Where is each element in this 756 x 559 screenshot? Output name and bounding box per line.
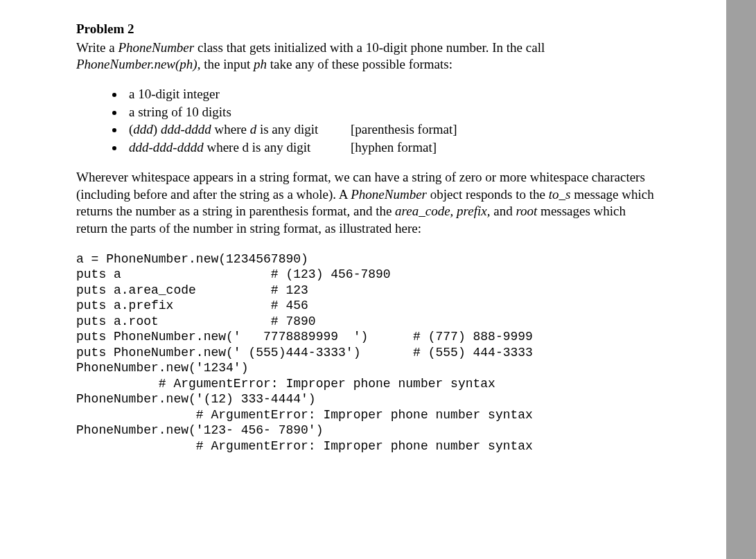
digit-placeholder: d — [250, 122, 257, 136]
method-name: root — [516, 204, 537, 218]
text: where d is any digit — [204, 140, 311, 154]
class-name: PhoneNumber — [118, 40, 194, 55]
digit-placeholder: ddd — [133, 122, 153, 136]
page: Problem 2 Write a PhoneNumber class that… — [0, 0, 726, 559]
code-example: a = PhoneNumber.new(1234567890) puts a #… — [76, 251, 657, 454]
format-label: [parenthesis format] — [351, 121, 457, 139]
list-item: (ddd) ddd-dddd where d is any digit [par… — [125, 121, 657, 139]
method-name: to_s — [549, 187, 571, 202]
page-content: Problem 2 Write a PhoneNumber class that… — [0, 0, 726, 481]
class-name: PhoneNumber — [351, 187, 427, 202]
text: and — [490, 204, 516, 218]
text: , the input — [197, 57, 254, 71]
text: class that gets initialized with a 10-di… — [194, 40, 545, 55]
text: where — [211, 122, 250, 136]
text: take any of these possible formats: — [267, 57, 452, 71]
param-name: ph — [254, 57, 267, 71]
method-name: area_code, prefix, — [395, 204, 490, 218]
text: a 10-digit integer — [129, 87, 220, 101]
problem-heading: Problem 2 — [76, 21, 657, 38]
list-item: ddd-ddd-dddd where d is any digit [hyphe… — [125, 139, 657, 157]
viewer-background — [726, 0, 756, 559]
text: object responds to the — [427, 187, 549, 202]
format-list: a 10-digit integer a string of 10 digits… — [125, 86, 657, 157]
digit-placeholder: ddd-dddd — [161, 122, 211, 136]
digit-placeholder: ddd-ddd-dddd — [129, 140, 204, 154]
list-item: a string of 10 digits — [125, 104, 657, 121]
text: a string of 10 digits — [129, 105, 231, 119]
text: Write a — [76, 40, 118, 55]
format-label: [hyphen format] — [351, 139, 437, 157]
text: is any digit — [256, 122, 318, 136]
text: ) — [153, 122, 161, 136]
list-item: a 10-digit integer — [125, 86, 657, 103]
intro-paragraph: Write a PhoneNumber class that gets init… — [76, 39, 657, 73]
call-expr: PhoneNumber.new(ph) — [76, 57, 197, 71]
explanation-paragraph: Wherever whitespace appears in a string … — [76, 169, 657, 238]
